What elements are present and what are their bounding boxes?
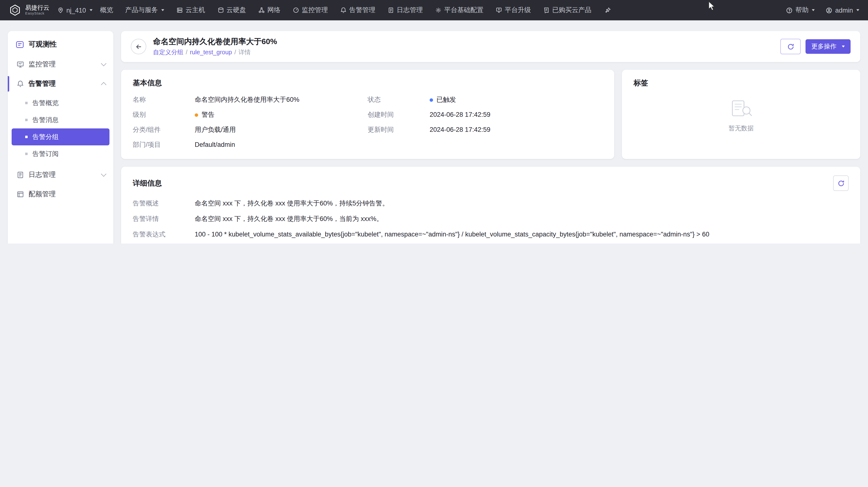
detail-title: 详细信息: [133, 179, 162, 188]
nav-item-label: 概览: [100, 6, 113, 14]
detail-rows: 告警概述 命名空间 xxx 下，持久化卷 xxx 使用率大于60%，持续5分钟告…: [133, 199, 848, 243]
field-created: 创建时间 2024-06-28 17:42:59: [368, 111, 602, 119]
info-row: 基本信息 名称 命名空间内持久化卷使用率大于60% 级别: [121, 70, 860, 159]
nav-item-platform-config[interactable]: 平台基础配置: [435, 6, 484, 14]
row-value: 100 - 100 * kubelet_volume_stats_availab…: [195, 230, 709, 239]
nav-item-network[interactable]: 网络: [258, 6, 280, 14]
header-actions: 更多操作: [780, 39, 850, 54]
nav-item-purchased-products[interactable]: 已购买云产品: [543, 6, 591, 14]
field-label: 分类/组件: [133, 125, 195, 134]
chevron-down-icon: [812, 9, 815, 11]
tags-card: 标签 暂无数据: [622, 70, 860, 159]
content-area: 可观测性 监控管理 告警管理: [0, 20, 868, 243]
receipt-icon: [543, 7, 550, 13]
refresh-button[interactable]: [780, 39, 801, 54]
sidebar-item-monitoring[interactable]: 监控管理: [8, 55, 113, 74]
user-label: admin: [835, 6, 853, 14]
nav-item-label: 平台基础配置: [444, 6, 484, 14]
field-value: 警告: [195, 111, 215, 119]
sidebar-subitem-label: 告警消息: [32, 116, 59, 124]
field-status: 状态 已触发: [368, 95, 602, 104]
chevron-down-icon: [89, 9, 92, 11]
nav-item-cloud-host[interactable]: 云主机: [176, 6, 205, 14]
sidebar-item-alert-overview[interactable]: 告警概览: [11, 94, 110, 112]
detail-refresh-button[interactable]: [833, 175, 848, 191]
field-label: 创建时间: [368, 111, 430, 119]
row-value: 命名空间 xxx 下，持久化卷 xxx 使用率大于60%，持续5分钟告警。: [195, 199, 389, 208]
breadcrumb-link-group[interactable]: 自定义分组: [153, 48, 183, 57]
main-area: 命名空间内持久化卷使用率大于60% 自定义分组 / rule_test_grou…: [121, 31, 860, 243]
nav-item-label: 网络: [268, 6, 280, 14]
row-label: 告警详情: [133, 214, 195, 223]
nav-item-logging[interactable]: 日志管理: [388, 6, 423, 14]
basic-info-left-column: 名称 命名空间内持久化卷使用率大于60% 级别 警告: [133, 95, 368, 149]
row-alert-summary: 告警概述 命名空间 xxx 下，持久化卷 xxx 使用率大于60%，持续5分钟告…: [133, 199, 848, 208]
level-text: 警告: [202, 111, 215, 119]
sidebar-item-alert-messages[interactable]: 告警消息: [11, 112, 110, 128]
alert-bell-icon: [340, 7, 347, 13]
status-dot-icon: [430, 98, 433, 101]
refresh-icon: [837, 180, 844, 187]
basic-info-right-column: 状态 已触发 创建时间 2024-06-28 17:42:59: [368, 95, 602, 149]
tags-title: 标签: [633, 79, 848, 88]
observability-icon: [16, 40, 24, 49]
chevron-down-icon: [842, 45, 845, 48]
logo-title: 易捷行云: [25, 5, 50, 12]
log-doc-icon: [17, 171, 24, 179]
nav-item-platform-upgrade[interactable]: 平台升级: [496, 6, 531, 14]
nav-item-label: 监控管理: [302, 6, 328, 14]
chevron-down-icon: [161, 9, 164, 11]
chevron-down-icon: [101, 171, 106, 177]
field-category: 分类/组件 用户负载/通用: [133, 125, 368, 134]
breadcrumb-link-rule[interactable]: rule_test_group: [190, 49, 232, 56]
monitor-screen-icon: [17, 61, 24, 68]
nav-item-label: 已购买云产品: [552, 6, 591, 14]
logo[interactable]: 易捷行云 EasyStack: [9, 4, 50, 17]
help-menu[interactable]: 帮助: [786, 6, 815, 14]
sidebar-item-alert-groups[interactable]: 告警分组: [11, 128, 110, 145]
logo-subtitle: EasyStack: [25, 12, 50, 16]
row-alert-detail: 告警详情 命名空间 xxx 下，持久化卷 xxx 使用率大于60%，当前为 xx…: [133, 214, 848, 223]
log-file-icon: [388, 7, 394, 13]
nav-item-label: 平台升级: [505, 6, 531, 14]
region-selector[interactable]: nj_410: [57, 6, 92, 14]
more-actions-button[interactable]: 更多操作: [806, 39, 850, 54]
basic-info-card: 基本信息 名称 命名空间内持久化卷使用率大于60% 级别: [121, 70, 614, 159]
row-label: 告警表达式: [133, 230, 195, 239]
nav-item-label: 云主机: [186, 6, 205, 14]
bullet-icon: [25, 102, 28, 104]
user-menu[interactable]: admin: [826, 6, 859, 14]
alarm-bell-icon: [17, 80, 24, 88]
sidebar-item-alerting[interactable]: 告警管理: [8, 74, 113, 93]
back-button[interactable]: [131, 39, 146, 54]
tags-empty-state: 暂无数据: [633, 88, 848, 149]
pin-icon: [604, 7, 611, 13]
warning-dot-icon: [195, 113, 198, 117]
chevron-down-icon: [101, 61, 106, 66]
bullet-icon: [25, 153, 28, 155]
bullet-icon: [25, 136, 28, 138]
monitoring-icon: [292, 7, 299, 13]
row-value: 命名空间 xxx 下，持久化卷 xxx 使用率大于60%，当前为 xxx%。: [195, 214, 383, 223]
gear-icon: [435, 7, 442, 13]
field-label: 更新时间: [368, 125, 430, 134]
sidebar-item-label: 配额管理: [29, 190, 56, 199]
sidebar-item-logging[interactable]: 日志管理: [8, 165, 113, 185]
breadcrumb-separator: /: [186, 49, 187, 56]
field-level: 级别 警告: [133, 111, 368, 119]
upgrade-icon: [496, 7, 502, 13]
nav-item-monitoring[interactable]: 监控管理: [292, 6, 328, 14]
sidebar-item-quota[interactable]: 配额管理: [8, 185, 113, 204]
sidebar-item-alert-subscriptions[interactable]: 告警订阅: [11, 145, 110, 162]
nav-item-label: 产品与服务: [125, 6, 158, 14]
chevron-down-icon: [857, 9, 859, 11]
nav-item-products-services[interactable]: 产品与服务: [125, 6, 164, 14]
bullet-icon: [25, 119, 28, 121]
nav-item-alerting[interactable]: 告警管理: [340, 6, 375, 14]
more-actions-label: 更多操作: [811, 42, 837, 51]
pin-nav-button[interactable]: [604, 7, 611, 13]
field-label: 部门/项目: [133, 141, 195, 149]
nav-item-cloud-disk[interactable]: 云硬盘: [217, 6, 246, 14]
nav-item-overview[interactable]: 概览: [100, 6, 113, 14]
location-icon: [57, 7, 64, 13]
